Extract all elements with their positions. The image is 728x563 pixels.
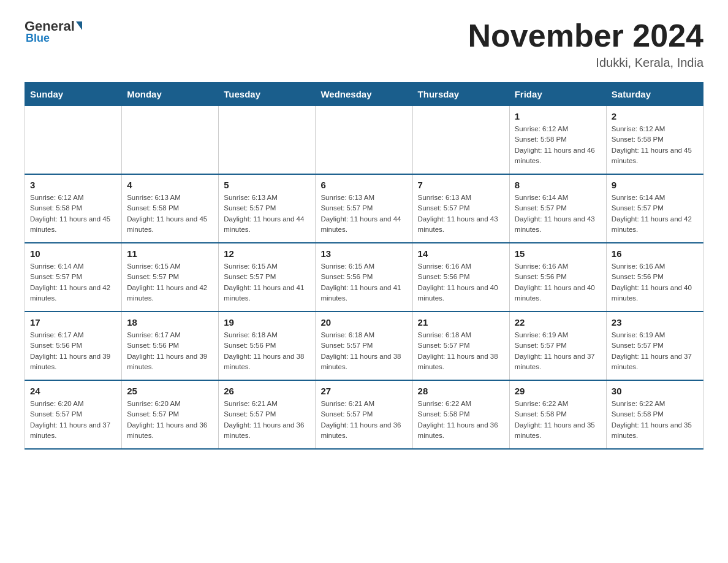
calendar-cell [122,106,219,175]
calendar-cell: 26Sunrise: 6:21 AM Sunset: 5:57 PM Dayli… [219,380,316,449]
day-info: Sunrise: 6:12 AM Sunset: 5:58 PM Dayligh… [612,124,698,166]
calendar-cell: 11Sunrise: 6:15 AM Sunset: 5:57 PM Dayli… [122,243,219,312]
day-info: Sunrise: 6:13 AM Sunset: 5:58 PM Dayligh… [127,193,213,235]
calendar-cell [412,106,509,175]
day-number: 4 [127,180,213,190]
day-number: 6 [320,180,407,190]
day-info: Sunrise: 6:12 AM Sunset: 5:58 PM Dayligh… [30,193,116,235]
day-number: 14 [418,248,504,259]
day-number: 28 [418,386,504,396]
day-info: Sunrise: 6:13 AM Sunset: 5:57 PM Dayligh… [224,193,310,235]
day-info: Sunrise: 6:18 AM Sunset: 5:57 PM Dayligh… [320,330,407,372]
calendar-cell: 6Sunrise: 6:13 AM Sunset: 5:57 PM Daylig… [316,174,412,243]
day-info: Sunrise: 6:19 AM Sunset: 5:57 PM Dayligh… [515,330,601,372]
day-info: Sunrise: 6:15 AM Sunset: 5:56 PM Dayligh… [320,261,407,304]
calendar-subtitle: Idukki, Kerala, India [468,56,703,70]
day-info: Sunrise: 6:15 AM Sunset: 5:57 PM Dayligh… [127,261,213,304]
day-info: Sunrise: 6:17 AM Sunset: 5:56 PM Dayligh… [30,330,116,372]
day-info: Sunrise: 6:13 AM Sunset: 5:57 PM Dayligh… [320,193,407,235]
day-number: 5 [224,180,310,190]
day-number: 11 [127,248,213,259]
calendar-cell: 2Sunrise: 6:12 AM Sunset: 5:58 PM Daylig… [606,106,703,175]
day-number: 26 [224,386,310,396]
calendar-cell: 8Sunrise: 6:14 AM Sunset: 5:57 PM Daylig… [509,174,606,243]
day-number: 19 [224,317,310,327]
logo-blue: Blue [26,32,50,45]
day-info: Sunrise: 6:15 AM Sunset: 5:57 PM Dayligh… [224,261,310,304]
day-info: Sunrise: 6:20 AM Sunset: 5:57 PM Dayligh… [30,399,116,441]
day-number: 12 [224,248,310,259]
calendar-cell: 20Sunrise: 6:18 AM Sunset: 5:57 PM Dayli… [316,312,412,380]
day-info: Sunrise: 6:21 AM Sunset: 5:57 PM Dayligh… [224,399,310,441]
calendar-week-row: 3Sunrise: 6:12 AM Sunset: 5:58 PM Daylig… [25,174,703,243]
calendar-cell [25,106,122,175]
day-number: 10 [30,248,116,259]
calendar-cell: 21Sunrise: 6:18 AM Sunset: 5:57 PM Dayli… [412,312,509,380]
calendar-cell: 13Sunrise: 6:15 AM Sunset: 5:56 PM Dayli… [316,243,412,312]
weekday-header-tuesday: Tuesday [219,83,316,106]
day-number: 24 [30,386,116,396]
day-number: 25 [127,386,213,396]
calendar-table: SundayMondayTuesdayWednesdayThursdayFrid… [25,82,703,450]
logo: General Blue [25,18,82,45]
day-number: 1 [515,111,601,121]
day-info: Sunrise: 6:18 AM Sunset: 5:57 PM Dayligh… [418,330,504,372]
day-number: 27 [320,386,407,396]
day-number: 20 [320,317,407,327]
weekday-header-friday: Friday [509,83,606,106]
calendar-cell: 19Sunrise: 6:18 AM Sunset: 5:56 PM Dayli… [219,312,316,380]
day-info: Sunrise: 6:19 AM Sunset: 5:57 PM Dayligh… [612,330,698,372]
calendar-cell: 15Sunrise: 6:16 AM Sunset: 5:56 PM Dayli… [509,243,606,312]
day-info: Sunrise: 6:18 AM Sunset: 5:56 PM Dayligh… [224,330,310,372]
day-info: Sunrise: 6:22 AM Sunset: 5:58 PM Dayligh… [515,399,601,441]
weekday-header-saturday: Saturday [606,83,703,106]
day-info: Sunrise: 6:13 AM Sunset: 5:57 PM Dayligh… [418,193,504,235]
day-number: 16 [612,248,698,259]
day-info: Sunrise: 6:17 AM Sunset: 5:56 PM Dayligh… [127,330,213,372]
calendar-cell: 17Sunrise: 6:17 AM Sunset: 5:56 PM Dayli… [25,312,122,380]
day-info: Sunrise: 6:20 AM Sunset: 5:57 PM Dayligh… [127,399,213,441]
calendar-cell: 3Sunrise: 6:12 AM Sunset: 5:58 PM Daylig… [25,174,122,243]
day-number: 2 [612,111,698,121]
calendar-week-row: 10Sunrise: 6:14 AM Sunset: 5:57 PM Dayli… [25,243,703,312]
calendar-cell: 23Sunrise: 6:19 AM Sunset: 5:57 PM Dayli… [606,312,703,380]
calendar-cell: 28Sunrise: 6:22 AM Sunset: 5:58 PM Dayli… [412,380,509,449]
calendar-cell: 9Sunrise: 6:14 AM Sunset: 5:57 PM Daylig… [606,174,703,243]
weekday-header-row: SundayMondayTuesdayWednesdayThursdayFrid… [25,83,703,106]
day-number: 21 [418,317,504,327]
day-number: 23 [612,317,698,327]
weekday-header-sunday: Sunday [25,83,122,106]
day-info: Sunrise: 6:22 AM Sunset: 5:58 PM Dayligh… [418,399,504,441]
day-number: 30 [612,386,698,396]
calendar-week-row: 24Sunrise: 6:20 AM Sunset: 5:57 PM Dayli… [25,380,703,449]
day-info: Sunrise: 6:12 AM Sunset: 5:58 PM Dayligh… [515,124,601,166]
page-header: General Blue November 2024 Idukki, Keral… [25,18,703,70]
calendar-cell: 25Sunrise: 6:20 AM Sunset: 5:57 PM Dayli… [122,380,219,449]
calendar-cell: 14Sunrise: 6:16 AM Sunset: 5:56 PM Dayli… [412,243,509,312]
day-info: Sunrise: 6:21 AM Sunset: 5:57 PM Dayligh… [320,399,407,441]
weekday-header-monday: Monday [122,83,219,106]
day-number: 13 [320,248,407,259]
day-info: Sunrise: 6:14 AM Sunset: 5:57 PM Dayligh… [30,261,116,304]
weekday-header-wednesday: Wednesday [316,83,412,106]
day-number: 9 [612,180,698,190]
calendar-cell [219,106,316,175]
calendar-cell: 4Sunrise: 6:13 AM Sunset: 5:58 PM Daylig… [122,174,219,243]
day-number: 3 [30,180,116,190]
day-number: 15 [515,248,601,259]
day-number: 7 [418,180,504,190]
calendar-cell: 29Sunrise: 6:22 AM Sunset: 5:58 PM Dayli… [509,380,606,449]
calendar-cell: 16Sunrise: 6:16 AM Sunset: 5:56 PM Dayli… [606,243,703,312]
day-info: Sunrise: 6:16 AM Sunset: 5:56 PM Dayligh… [418,261,504,304]
calendar-cell: 10Sunrise: 6:14 AM Sunset: 5:57 PM Dayli… [25,243,122,312]
day-number: 8 [515,180,601,190]
day-number: 29 [515,386,601,396]
calendar-week-row: 1Sunrise: 6:12 AM Sunset: 5:58 PM Daylig… [25,106,703,175]
day-info: Sunrise: 6:16 AM Sunset: 5:56 PM Dayligh… [612,261,698,304]
day-info: Sunrise: 6:16 AM Sunset: 5:56 PM Dayligh… [515,261,601,304]
day-number: 17 [30,317,116,327]
logo-triangle-icon [76,21,82,30]
calendar-cell: 7Sunrise: 6:13 AM Sunset: 5:57 PM Daylig… [412,174,509,243]
calendar-week-row: 17Sunrise: 6:17 AM Sunset: 5:56 PM Dayli… [25,312,703,380]
calendar-cell: 5Sunrise: 6:13 AM Sunset: 5:57 PM Daylig… [219,174,316,243]
